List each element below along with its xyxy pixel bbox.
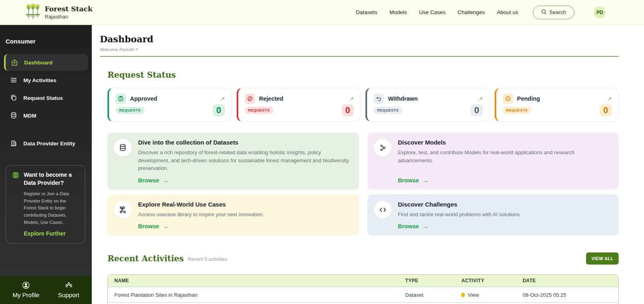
sidebar-item-my-activities[interactable]: My Activities (4, 72, 88, 89)
cell-type: Dataset (399, 303, 455, 304)
requests-badge: REQUESTS (503, 107, 532, 114)
recent-activities-subheading: Recent 5 activities (188, 256, 227, 262)
arrow-right-icon: → (423, 177, 429, 184)
stat-count: 0 (600, 104, 612, 116)
my-profile-label: My Profile (12, 292, 39, 298)
table-header-row: NAME TYPE ACTIVITY DATE (108, 275, 618, 287)
arrow-right-icon: → (163, 177, 169, 184)
support-button[interactable]: Support (58, 281, 79, 298)
browse-datasets-link[interactable]: Browse → (138, 172, 351, 184)
nav-challenges[interactable]: Challenges (458, 9, 485, 15)
title-divider (100, 56, 619, 57)
stat-count: 0 (471, 104, 483, 116)
sidebar-item-label: Request Status (23, 95, 63, 101)
app-header: Forest Stack Rajasthan Datasets Models U… (0, 0, 644, 25)
brand[interactable]: Forest Stack Rajasthan (25, 4, 93, 21)
person-circle-icon (22, 281, 30, 290)
sidebar-item-label: Data Provider Entity (23, 141, 75, 147)
clipboard-check-icon (116, 93, 126, 104)
stat-label: Pending (517, 95, 540, 102)
copy-icon (10, 94, 18, 102)
explore-further-link[interactable]: Explore Further (12, 230, 79, 237)
approved-card[interactable]: Approved ↗ REQUESTS 0 (107, 88, 232, 122)
browse-label: Browse (138, 177, 159, 184)
nav-models[interactable]: Models (389, 9, 407, 15)
external-link-icon[interactable]: ↗ (221, 96, 225, 102)
home-icon (10, 58, 19, 66)
rejected-card[interactable]: Rejected ↗ REQUESTS 0 (237, 88, 361, 122)
browse-label: Browse (398, 223, 419, 230)
page-title: Dashboard (100, 34, 619, 44)
browse-label: Browse (398, 177, 419, 184)
recent-activities-heading: Recent Activities (107, 254, 184, 263)
list-icon (10, 76, 18, 84)
promo-grid: Dive into the collection of Datasets Dis… (107, 132, 619, 236)
promo-title: Explore Real-World Use Cases (138, 201, 351, 208)
main-content: Dashboard Welcome Parinith !! Request St… (92, 25, 644, 304)
sidebar-item-mdm[interactable]: MDM (4, 107, 88, 124)
people-group-icon (65, 281, 73, 290)
cell-type: Dataset (399, 287, 455, 303)
use-cases-promo-card[interactable]: Explore Real-World Use Cases Access usec… (107, 194, 359, 236)
database-icon (10, 112, 18, 120)
requests-badge: REQUESTS (116, 107, 144, 114)
cell-date: 08-Oct-2025 05:25 (516, 287, 618, 303)
brand-title: Forest Stack (45, 5, 93, 13)
external-link-icon[interactable]: ↗ (479, 96, 483, 102)
cell-name[interactable]: Forest Product Inventory Records for the… (108, 303, 399, 304)
stat-count: 0 (342, 104, 354, 116)
slash-circle-icon (245, 93, 255, 104)
network-nodes-icon (374, 139, 392, 157)
browse-use-cases-link[interactable]: Browse → (138, 218, 351, 230)
browse-models-link[interactable]: Browse → (398, 172, 611, 184)
pending-card[interactable]: Pending ↗ REQUESTS 0 (495, 88, 619, 122)
search-label: Search (549, 9, 566, 15)
challenges-promo-card[interactable]: Discover Challenges Find and tackle real… (367, 194, 619, 236)
nav-about-us[interactable]: About us (497, 9, 518, 15)
request-status-heading: Request Status (107, 70, 619, 80)
clock-icon (503, 93, 513, 104)
browse-label: Browse (138, 223, 159, 230)
activity-label: View (468, 292, 479, 298)
requests-badge: REQUESTS (374, 107, 402, 114)
promo-body: Find and tackle real-world problems with… (398, 211, 611, 219)
table-row[interactable]: Forest Product Inventory Records for the… (108, 303, 618, 304)
sidebar-item-data-provider-entity[interactable]: Data Provider Entity (4, 135, 88, 152)
promo-body: Access usecase library to inspire your n… (138, 211, 351, 219)
view-all-button[interactable]: VIEW ALL (586, 252, 619, 265)
column-type: TYPE (399, 275, 455, 287)
undo-arrow-icon (374, 93, 384, 104)
sidebar-item-label: MDM (23, 113, 36, 119)
browse-challenges-link[interactable]: Browse → (398, 218, 611, 230)
table-row[interactable]: Forest Plantation Sites in Rajasthan Dat… (108, 287, 618, 303)
my-profile-button[interactable]: My Profile (12, 281, 39, 298)
nav-datasets[interactable]: Datasets (356, 9, 377, 15)
search-icon (541, 9, 547, 16)
sidebar-item-request-status[interactable]: Request Status (4, 89, 88, 106)
cell-date: 08-Oct-2025 05:24 (516, 303, 618, 304)
request-status-cards: Approved ↗ REQUESTS 0 Rejected (107, 88, 619, 122)
nav-use-cases[interactable]: Use Cases (419, 9, 446, 15)
sidebar: Consumer Dashboard My Activities Request… (0, 25, 92, 304)
avatar[interactable]: PD (594, 6, 606, 19)
promo-title: Discover Challenges (398, 201, 611, 208)
withdrawn-card[interactable]: Withdrawn ↗ REQUESTS 0 (365, 88, 490, 122)
sidebar-item-label: My Activities (23, 77, 56, 83)
cell-activity: View (455, 303, 516, 304)
top-nav: Datasets Models Use Cases Challenges Abo… (356, 6, 606, 19)
sidebar-item-dashboard[interactable]: Dashboard (4, 54, 88, 71)
models-promo-card[interactable]: Discover Models Explore, test, and contr… (367, 132, 619, 190)
stat-label: Rejected (259, 95, 283, 102)
welcome-text: Welcome Parinith !! (100, 47, 619, 52)
promo-title: Discover Models (398, 139, 611, 146)
search-button[interactable]: Search (533, 6, 574, 19)
stat-label: Approved (130, 95, 157, 102)
requests-badge: REQUESTS (245, 107, 274, 114)
brand-subtitle: Rajasthan (45, 14, 93, 20)
cell-name[interactable]: Forest Plantation Sites in Rajasthan (108, 287, 399, 303)
datasets-promo-card[interactable]: Dive into the collection of Datasets Dis… (107, 132, 359, 190)
external-link-icon[interactable]: ↗ (607, 96, 612, 102)
provider-card-title: Want to become a Data Provider? (24, 171, 79, 187)
sidebar-spacer (0, 124, 92, 134)
external-link-icon[interactable]: ↗ (349, 96, 354, 102)
